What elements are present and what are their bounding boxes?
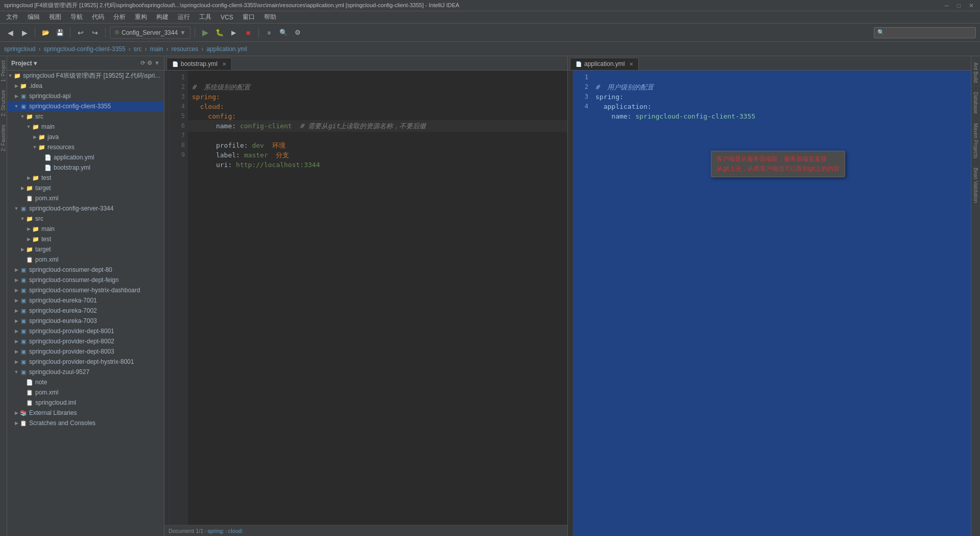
project-settings-icon[interactable]: ⚙	[147, 60, 152, 66]
tree-consumer-feign[interactable]: ▶ ▣ springcloud-consumer-dept-feign	[7, 275, 164, 285]
tree-consumer-80[interactable]: ▶ ▣ springcloud-consumer-dept-80	[7, 265, 164, 275]
search-icon: 🔍	[877, 29, 885, 36]
breadcrumb-springcloud[interactable]: springcloud	[4, 45, 35, 53]
tree-pom2[interactable]: ▶ 📋 pom.xml	[7, 254, 164, 265]
tree-bootstrap-yml[interactable]: ▶ 📄 bootstrap.yml	[7, 162, 164, 173]
right-tab-database[interactable]: Database	[972, 88, 979, 118]
tree-provider-8002[interactable]: ▶ ▣ springcloud-provider-dept-8002	[7, 336, 164, 346]
left-edge-tab-structure[interactable]: 2: Structure	[0, 86, 7, 121]
left-code-area[interactable]: # 系统级别的配置 spring: cloud: config: name: c…	[188, 71, 567, 525]
coverage-button[interactable]: ▶	[228, 27, 240, 39]
tree-target2[interactable]: ▶ 📁 target	[7, 244, 164, 254]
application-yml-tab-close[interactable]: ✕	[629, 61, 633, 67]
run-config-dropdown[interactable]: ⚙ Config_Server_3344 ▼	[110, 27, 190, 39]
breadcrumb-sep-4: ›	[166, 45, 168, 53]
menu-item-navigate[interactable]: 导航	[66, 12, 87, 22]
project-sync-icon[interactable]: ⟳	[140, 60, 145, 66]
toolbar: ◀ ▶ 📂 💾 ↩ ↪ ⚙ Config_Server_3344 ▼ ▶ 🐛 ▶…	[0, 24, 980, 42]
left-edge-tab-favorites[interactable]: 2: Favorites	[0, 121, 7, 155]
toolbar-btn-open[interactable]: 📂	[39, 27, 52, 39]
bootstrap-yml-tab-close[interactable]: ✕	[222, 61, 226, 67]
tree-resources[interactable]: ▼ 📁 resources	[7, 142, 164, 152]
tree-provider-8001[interactable]: ▶ ▣ springcloud-provider-dept-8001	[7, 326, 164, 336]
toolbar-btn-forward[interactable]: ▶	[18, 27, 31, 39]
tree-eureka-7001[interactable]: ▶ ▣ springcloud-eureka-7001	[7, 295, 164, 306]
tree-pom3[interactable]: ▶ 📋 pom.xml	[7, 387, 164, 398]
tree-test[interactable]: ▶ 📁 test	[7, 173, 164, 183]
toolbar-btn-settings[interactable]: ⚙	[292, 27, 304, 39]
tree-eureka-7003[interactable]: ▶ ▣ springcloud-eureka-7003	[7, 316, 164, 326]
tree-pom-xml[interactable]: ▶ 📋 pom.xml	[7, 193, 164, 203]
maximize-button[interactable]: □	[955, 2, 963, 9]
breadcrumb-src[interactable]: src	[133, 45, 141, 53]
application-yml-tab[interactable]: 📄 application.yml ✕	[570, 58, 639, 70]
menu-item-build[interactable]: 构建	[152, 12, 173, 22]
menu-item-help[interactable]: 帮助	[260, 12, 280, 22]
breadcrumb-resources[interactable]: resources	[171, 45, 198, 53]
menu-item-analyze[interactable]: 分析	[109, 12, 130, 22]
toolbar-separator-5	[258, 28, 259, 38]
stop-button[interactable]: ■	[242, 27, 254, 39]
tree-root[interactable]: ▼ 📁 springcloud F4班级管理\西开 [19525] Z.代码\s…	[7, 71, 164, 81]
tree-test2[interactable]: ▶ 📁 test	[7, 234, 164, 244]
tree-note[interactable]: ▶ 📄 note	[7, 377, 164, 387]
tooltip-line1: 客户端是从服务器端取，服务器端是直接	[716, 154, 840, 164]
tree-main[interactable]: ▼ 📁 main	[7, 122, 164, 132]
breadcrumb-cloud[interactable]: cloud:	[228, 528, 243, 534]
minimize-button[interactable]: ─	[942, 2, 951, 9]
toolbar-btn-search[interactable]: 🔍	[277, 27, 290, 39]
tree-idea[interactable]: ▶ 📁 .idea	[7, 81, 164, 91]
tree-ext-libs[interactable]: ▶ 📚 External Libraries	[7, 408, 164, 418]
tree-scratches[interactable]: ▶ 📋 Scratches and Consoles	[7, 418, 164, 428]
tree-src2[interactable]: ▼ 📁 src	[7, 214, 164, 224]
right-line-gutter	[568, 71, 573, 536]
toolbar-btn-back[interactable]: ◀	[4, 27, 16, 39]
tree-src[interactable]: ▼ 📁 src	[7, 111, 164, 122]
right-code-area[interactable]: # 用户级别的配置 spring: application: name: spr…	[591, 71, 971, 536]
menu-item-vcs[interactable]: VCS	[217, 13, 237, 22]
tree-springcloud-iml[interactable]: ▶ 📋 springcloud.iml	[7, 398, 164, 408]
menu-item-edit[interactable]: 编辑	[23, 12, 44, 22]
left-line-numbers: 1 2 3 4 5 6 7 8 9	[170, 71, 188, 525]
right-editor-content: 1 2 3 4 # 用户级别的配置 spring: application: n…	[568, 71, 971, 536]
tree-consumer-hystrix-dashboard[interactable]: ▶ ▣ springcloud-consumer-hystrix-dashboa…	[7, 285, 164, 295]
menu-item-tools[interactable]: 工具	[195, 12, 216, 22]
menu-item-refactor[interactable]: 重构	[131, 12, 151, 22]
toolbar-search-box[interactable]: 🔍	[874, 27, 976, 38]
right-tab-maven[interactable]: Maven Projects	[972, 119, 979, 162]
bootstrap-yml-tab[interactable]: 📄 bootstrap.yml ✕	[166, 58, 232, 70]
menu-item-run[interactable]: 运行	[174, 12, 194, 22]
tree-provider-hystrix[interactable]: ▶ ▣ springcloud-provider-dept-hystrix-80…	[7, 357, 164, 367]
left-edge-tab-project[interactable]: 1: Project	[0, 56, 7, 86]
menu-item-file[interactable]: 文件	[2, 12, 22, 22]
toolbar-btn-save[interactable]: 💾	[54, 27, 66, 39]
breadcrumb-spring[interactable]: spring:	[207, 528, 224, 534]
breadcrumb-config-client[interactable]: springcloud-config-client-3355	[43, 45, 125, 53]
tree-eureka-7002[interactable]: ▶ ▣ springcloud-eureka-7002	[7, 306, 164, 316]
tree-config-client[interactable]: ▼ ▣ springcloud-config-client-3355	[7, 101, 164, 111]
menu-item-window[interactable]: 窗口	[238, 12, 259, 22]
breadcrumb-main[interactable]: main	[150, 45, 163, 53]
toolbar-btn-undo[interactable]: ↩	[75, 27, 87, 39]
tree-target[interactable]: ▶ 📁 target	[7, 183, 164, 193]
tree-application-yml[interactable]: ▶ 📄 application.yml	[7, 152, 164, 162]
menu-item-view[interactable]: 视图	[45, 12, 65, 22]
tree-springcloud-api[interactable]: ▶ ▣ springcloud-api	[7, 91, 164, 101]
tree-zuul[interactable]: ▼ ▣ springcloud-zuul-9527	[7, 367, 164, 377]
close-button[interactable]: ✕	[967, 2, 976, 9]
toolbar-btn-redo[interactable]: ↪	[89, 27, 101, 39]
tree-provider-8003[interactable]: ▶ ▣ springcloud-provider-dept-8003	[7, 346, 164, 357]
left-line-gutter	[164, 71, 170, 525]
debug-button[interactable]: 🐛	[213, 27, 226, 39]
tree-java[interactable]: ▶ 📁 java	[7, 132, 164, 142]
right-tab-ant-build[interactable]: Ant Build	[972, 58, 979, 87]
tree-main2[interactable]: ▶ 📁 main	[7, 224, 164, 234]
project-collapse-icon[interactable]: ▼	[154, 60, 160, 66]
right-line-numbers: 1 2 3 4	[573, 71, 591, 536]
run-button[interactable]: ▶	[199, 27, 211, 39]
tree-config-server[interactable]: ▼ ▣ springcloud-config-server-3344	[7, 203, 164, 214]
breadcrumb-application-yml[interactable]: application.yml	[206, 45, 247, 53]
right-tab-bean-validation[interactable]: Bean Validation	[972, 164, 979, 207]
menu-item-code[interactable]: 代码	[88, 12, 108, 22]
toolbar-btn-structure[interactable]: ≡	[263, 27, 275, 39]
